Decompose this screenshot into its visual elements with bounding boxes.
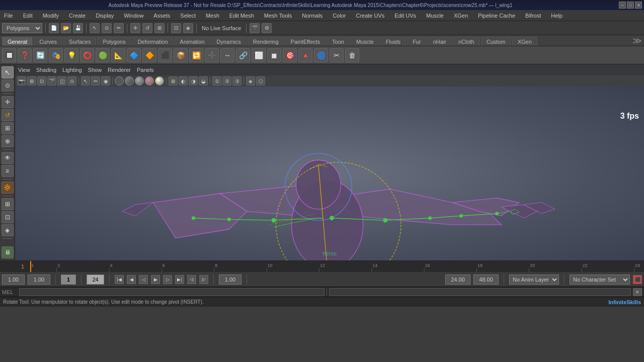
- shelf-icon-16[interactable]: 🔗: [236, 48, 250, 62]
- next-key-button[interactable]: |▷: [199, 275, 208, 284]
- shelf-tab-ncloth[interactable]: nCloth: [453, 37, 480, 46]
- shelf-icon-8[interactable]: 📐: [111, 48, 125, 62]
- shelf-tab-fluids[interactable]: Fluids: [380, 37, 406, 46]
- scene-canvas[interactable]: y x 3 fps herso: [15, 86, 644, 260]
- new-icon[interactable]: 📄: [49, 23, 59, 33]
- frame-input[interactable]: [61, 275, 76, 285]
- move-tool[interactable]: ✛: [2, 96, 14, 108]
- vp-menu-renderer[interactable]: Renderer: [108, 67, 131, 73]
- shelf-icon-10[interactable]: 🔶: [142, 48, 156, 62]
- command-expand-button[interactable]: ≡: [633, 288, 642, 296]
- shelf-icon-23[interactable]: 🗑: [345, 48, 359, 62]
- rotate-tool[interactable]: ↺: [2, 109, 14, 121]
- range-end-input[interactable]: [28, 275, 50, 285]
- command-results-input[interactable]: [329, 288, 631, 296]
- shelf-icon-7[interactable]: 🟢: [96, 48, 110, 62]
- scale-icon[interactable]: ⊞: [154, 23, 165, 33]
- vp-1-icon[interactable]: ①: [212, 76, 221, 85]
- shelf-tab-painteffects[interactable]: PaintEffects: [285, 37, 326, 46]
- shelf-icon-13[interactable]: 🔁: [189, 48, 203, 62]
- shelf-icon-22[interactable]: ✂: [330, 48, 344, 62]
- vp-menu-show[interactable]: Show: [88, 67, 102, 73]
- shelf-icon-3[interactable]: 🔄: [33, 48, 47, 62]
- shelf-tab-dynamics[interactable]: Dynamics: [211, 37, 247, 46]
- menu-item-edit-uvs[interactable]: Edit UVs: [392, 12, 418, 20]
- menu-item-mesh[interactable]: Mesh: [204, 12, 221, 20]
- shelf-icon-4[interactable]: 🎭: [49, 48, 63, 62]
- menu-item-edit-mesh[interactable]: Edit Mesh: [227, 12, 256, 20]
- menu-item-normals[interactable]: Normals: [300, 12, 325, 20]
- menu-item-xgen[interactable]: XGen: [452, 12, 470, 20]
- shelf-icon-1[interactable]: 🔲: [2, 48, 16, 62]
- menu-item-select[interactable]: Select: [178, 12, 198, 20]
- viewport[interactable]: View Shading Lighting Show Renderer Pane…: [15, 64, 644, 260]
- select-tool[interactable]: ↖: [2, 66, 14, 78]
- vp-menu-shading[interactable]: Shading: [36, 67, 56, 73]
- vp-3-icon[interactable]: ③: [232, 76, 242, 85]
- menu-item-assets[interactable]: Assets: [151, 12, 172, 20]
- shelf-tab-curves[interactable]: Curves: [34, 37, 62, 46]
- vp-paint-icon[interactable]: ✏: [91, 76, 100, 85]
- rotate-icon[interactable]: ↺: [142, 23, 152, 33]
- vp-snap-icon[interactable]: ⊞: [27, 76, 36, 85]
- shelf-tab-muscle[interactable]: Muscle: [351, 37, 379, 46]
- vp-menu-view[interactable]: View: [18, 67, 30, 73]
- vp-2-icon[interactable]: ②: [222, 76, 231, 85]
- close-button[interactable]: ✕: [635, 2, 642, 9]
- vp-ao-icon[interactable]: ◒: [199, 76, 208, 85]
- command-input[interactable]: [19, 288, 325, 296]
- scale-tool[interactable]: ⊞: [2, 122, 14, 134]
- shelf-tab-animation[interactable]: Animation: [175, 37, 210, 46]
- mode-dropdown[interactable]: Polygons: [2, 23, 42, 33]
- shelf-tab-polygons[interactable]: Polygons: [97, 37, 131, 46]
- go-to-end-button[interactable]: ▶|: [175, 275, 184, 284]
- character-set-dropdown[interactable]: No Character Set: [570, 275, 630, 285]
- vp-lights-sphere[interactable]: [155, 76, 164, 85]
- snap-curve-icon[interactable]: ◈: [183, 23, 193, 33]
- vp-xray-icon[interactable]: ◈: [246, 76, 255, 85]
- lasso-icon[interactable]: ⊙: [102, 23, 112, 33]
- play-back-button[interactable]: ◁: [139, 275, 148, 284]
- layer-tool[interactable]: ≡: [2, 165, 14, 177]
- shelf-tab-toon[interactable]: Toon: [327, 37, 350, 46]
- shelf-tab-surfaces[interactable]: Surfaces: [63, 37, 96, 46]
- shelf-icon-20[interactable]: 🔺: [298, 48, 312, 62]
- shelf-tab-rendering[interactable]: Rendering: [248, 37, 284, 46]
- vp-select-icon[interactable]: ↖: [81, 76, 90, 85]
- shelf-icon-19[interactable]: 🎯: [283, 48, 297, 62]
- prev-key-button[interactable]: ◁|: [187, 275, 196, 284]
- render-settings-icon[interactable]: ⚙: [262, 23, 272, 33]
- shelf-icon-15[interactable]: ↔: [220, 48, 234, 62]
- menu-item-create[interactable]: Create: [67, 12, 88, 20]
- vp-soft-icon[interactable]: ◉: [101, 76, 110, 85]
- vp-menu-lighting[interactable]: Lighting: [62, 67, 82, 73]
- menu-item-display[interactable]: Display: [94, 12, 116, 20]
- vp-hud-icon[interactable]: ⊙: [67, 76, 76, 85]
- go-to-start-button[interactable]: |◀: [115, 275, 124, 284]
- render-icon[interactable]: 🎬: [250, 23, 260, 33]
- shelf-tab-nhair[interactable]: nHair: [428, 37, 452, 46]
- vp-menu-panels[interactable]: Panels: [137, 67, 154, 73]
- vp-gate-icon[interactable]: ◫: [57, 76, 66, 85]
- shelf-icon-17[interactable]: ⬜: [252, 48, 266, 62]
- shelf-icon-18[interactable]: ◼: [267, 48, 281, 62]
- vp-flat-sphere[interactable]: [125, 76, 134, 85]
- shelf-icon-9[interactable]: 🔷: [127, 48, 141, 62]
- grid-tool[interactable]: ⊡: [2, 211, 14, 223]
- shelf-icon-6[interactable]: ⭕: [80, 48, 94, 62]
- shelf-icon-2[interactable]: ❓: [18, 48, 32, 62]
- menu-item-create-uvs[interactable]: Create UVs: [354, 12, 386, 20]
- panel-layout-tool[interactable]: ⊞: [2, 198, 14, 210]
- move-icon[interactable]: ✛: [130, 23, 140, 33]
- menu-item-modify[interactable]: Modify: [41, 12, 61, 20]
- vp-isolate-icon[interactable]: ⊞: [169, 76, 178, 85]
- shelf-tab-general[interactable]: General: [2, 37, 33, 46]
- minimize-button[interactable]: ─: [619, 2, 626, 9]
- vp-texture-sphere[interactable]: [145, 76, 154, 85]
- shelf-tab-fur[interactable]: Fur: [407, 37, 427, 46]
- paint-select-tool[interactable]: ⊙: [2, 79, 14, 92]
- anim-end-input[interactable]: [87, 275, 104, 285]
- menu-item-pipeline-cache[interactable]: Pipeline Cache: [476, 12, 517, 20]
- menu-item-help[interactable]: Help: [549, 12, 565, 20]
- vp-wire-sphere[interactable]: [115, 76, 124, 85]
